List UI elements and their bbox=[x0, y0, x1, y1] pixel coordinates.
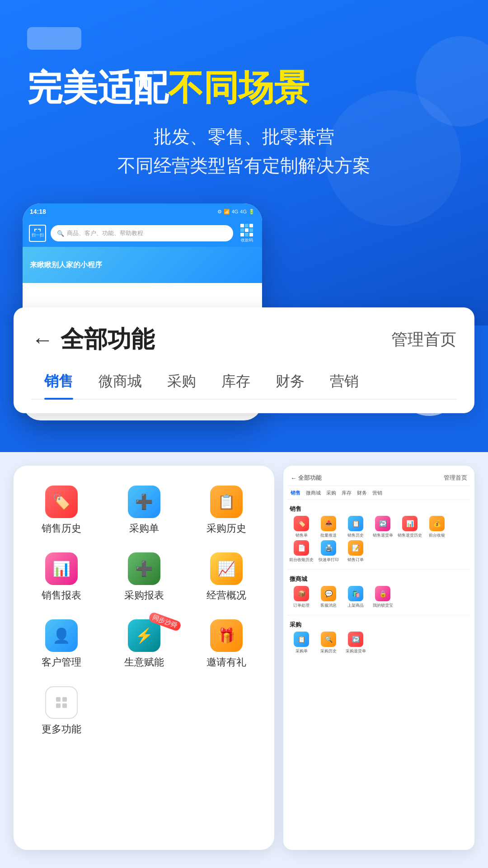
mini-cashier-icon: 💰 bbox=[429, 516, 445, 531]
list-item[interactable]: 👤 客户管理 bbox=[23, 613, 100, 675]
mini-wechat-icons: 📦 订单处理 💬 客服消息 🛍️ 上架商品 🔒 我的锁货宝 bbox=[288, 586, 470, 613]
mini-tab-marketing[interactable]: 营销 bbox=[370, 489, 385, 497]
back-arrow-icon[interactable]: ← bbox=[32, 327, 53, 352]
panel-title-text: 全部功能 bbox=[61, 324, 155, 355]
phone-time: 14:18 bbox=[30, 208, 46, 215]
mini-panel-header: ← 全部功能 管理首页 bbox=[288, 472, 470, 486]
business-empower-icon: ⚡ bbox=[128, 619, 160, 652]
tab-wechat-shop[interactable]: 微商城 bbox=[86, 368, 155, 399]
sales-history-label: 销售历史 bbox=[42, 522, 81, 535]
tab-inventory[interactable]: 库存 bbox=[209, 368, 263, 399]
mini-purchase-return-icon: ↩️ bbox=[348, 632, 363, 647]
list-item[interactable]: 📋 销售历史 bbox=[343, 516, 368, 538]
customer-mgmt-label: 客户管理 bbox=[42, 656, 81, 669]
business-overview-label: 经营概况 bbox=[206, 589, 246, 602]
list-item[interactable]: 📝 销售订单 bbox=[343, 540, 368, 563]
mini-sales-return-history-icon: 📊 bbox=[402, 516, 418, 531]
mini-sales-order2-icon: 📝 bbox=[348, 540, 363, 556]
purchase-report-label: 采购报表 bbox=[124, 589, 164, 602]
purchase-order-icon: ➕ bbox=[128, 486, 160, 518]
mini-lock-goods-icon: 🔒 bbox=[375, 586, 390, 601]
mini-purchase-icons: 📋 采购单 🔍 采购历史 ↩️ 采购退货单 bbox=[288, 632, 470, 659]
list-item[interactable]: ⚡ 生意赋能 同步沙舜 bbox=[105, 613, 183, 675]
sales-report-label: 销售报表 bbox=[42, 589, 81, 602]
sales-history-icon: 🏷️ bbox=[45, 486, 78, 518]
list-item[interactable]: 🏷️ 销售历史 bbox=[23, 479, 100, 542]
tab-sales[interactable]: 销售 bbox=[32, 368, 86, 399]
hero-title-white: 完美适配 bbox=[27, 68, 168, 108]
tab-marketing[interactable]: 营销 bbox=[317, 368, 371, 399]
list-item[interactable]: 🖨️ 快速单打印 bbox=[316, 540, 341, 563]
business-empower-label: 生意赋能 bbox=[124, 656, 164, 669]
mini-customer-msg-icon: 💬 bbox=[321, 586, 336, 601]
mini-tab-sales[interactable]: 销售 bbox=[288, 489, 303, 497]
phone-status-bar: 14:18 ⚙ 📶 4G 4G 🔋 bbox=[23, 203, 262, 220]
purchase-history-label: 采购历史 bbox=[206, 522, 246, 535]
list-item[interactable]: 📊 销售报表 bbox=[23, 546, 100, 609]
mini-back-button[interactable]: ← 全部功能 bbox=[291, 474, 322, 482]
divider bbox=[288, 569, 470, 570]
list-item[interactable]: 更多功能 bbox=[23, 680, 100, 742]
list-item[interactable]: 📈 经营概况 bbox=[188, 546, 265, 609]
list-item[interactable]: ↩️ 销售退货单 bbox=[370, 516, 395, 538]
business-overview-icon: 📈 bbox=[210, 552, 243, 585]
mini-quick-print-icon: 🖨️ bbox=[321, 540, 336, 556]
list-item[interactable]: ➕ 采购报表 bbox=[105, 546, 183, 609]
bottom-section: 🏷️ 销售历史 ➕ 采购单 📋 采购历史 📊 销售报表 ➕ 采购报表 📈 bbox=[0, 452, 488, 868]
list-item[interactable]: 🎁 邀请有礼 bbox=[188, 613, 265, 675]
mini-manage-home[interactable]: 管理首页 bbox=[444, 474, 467, 482]
mini-tabs: 销售 微商城 采购 库存 财务 营销 bbox=[288, 489, 470, 500]
right-phone: ← 全部功能 管理首页 销售 微商城 采购 库存 财务 营销 销售 🏷️ 销售单… bbox=[283, 466, 474, 850]
mini-cashier-history-icon: 📄 bbox=[294, 540, 309, 556]
more-functions-label: 更多功能 bbox=[42, 722, 81, 736]
list-item[interactable]: 🛍️ 上架商品 bbox=[343, 586, 368, 609]
list-item[interactable]: 📦 订单处理 bbox=[289, 586, 314, 609]
list-item[interactable]: 📄 前台收银历史 bbox=[289, 540, 314, 563]
list-item[interactable]: 📋 采购单 bbox=[289, 632, 314, 654]
tab-finance[interactable]: 财务 bbox=[263, 368, 317, 399]
list-item[interactable]: 🔒 我的锁货宝 bbox=[370, 586, 395, 609]
hero-badge bbox=[27, 27, 81, 50]
function-panel: ← 全部功能 管理首页 销售 微商城 采购 库存 财务 营销 bbox=[14, 307, 474, 413]
mini-section-wechat: 微商城 bbox=[288, 573, 470, 586]
phone-search-input[interactable]: 🔍 商品、客户、功能、帮助教程 bbox=[51, 225, 233, 241]
phone-banner: 来瞅瞅别人家的小程序 bbox=[23, 247, 262, 283]
function-grid: 🏷️ 销售历史 ➕ 采购单 📋 采购历史 📊 销售报表 ➕ 采购报表 📈 bbox=[23, 479, 265, 742]
hero-section: 完美适配不同场景 批发、零售、批零兼营 不同经营类型皆有定制解决方案 14:18… bbox=[0, 0, 488, 326]
more-functions-icon bbox=[45, 686, 78, 719]
mini-tab-finance[interactable]: 财务 bbox=[354, 489, 370, 497]
manage-home-link[interactable]: 管理首页 bbox=[391, 329, 456, 351]
list-item[interactable]: 🔍 采购历史 bbox=[316, 632, 341, 654]
mini-sales-icons: 🏷️ 销售单 📤 批量推送 📋 销售历史 ↩️ 销售退货单 📊 销售退货历史 💰 bbox=[288, 516, 470, 567]
mini-tab-inventory[interactable]: 库存 bbox=[339, 489, 354, 497]
list-item[interactable]: ➕ 采购单 bbox=[105, 479, 183, 542]
mini-section-sales: 销售 bbox=[288, 503, 470, 516]
mini-purchase-history-icon2: 🔍 bbox=[321, 632, 336, 647]
tab-purchase[interactable]: 采购 bbox=[155, 368, 209, 399]
panel-header: ← 全部功能 管理首页 bbox=[32, 324, 456, 355]
list-item[interactable]: 💰 前台收银 bbox=[424, 516, 450, 538]
mini-batch-push-icon: 📤 bbox=[321, 516, 336, 531]
mini-sales-order-icon: 🏷️ bbox=[294, 516, 309, 531]
mini-section-purchase: 采购 bbox=[288, 619, 470, 632]
mini-purchase-order-icon: 📋 bbox=[294, 632, 309, 647]
mini-list-goods-icon: 🛍️ bbox=[348, 586, 363, 601]
list-item[interactable]: 📤 批量推送 bbox=[316, 516, 341, 538]
list-item[interactable]: ↩️ 采购退货单 bbox=[343, 632, 368, 654]
list-item[interactable]: 💬 客服消息 bbox=[316, 586, 341, 609]
list-item[interactable]: 🏷️ 销售单 bbox=[289, 516, 314, 538]
qr-code-icon: 收款码 bbox=[238, 224, 256, 242]
purchase-report-icon: ➕ bbox=[128, 552, 160, 585]
sales-report-icon: 📊 bbox=[45, 552, 78, 585]
mini-tab-wechat[interactable]: 微商城 bbox=[303, 489, 324, 497]
hero-subtitle-line1: 批发、零售、批零兼营 bbox=[154, 127, 334, 146]
mini-tab-purchase[interactable]: 采购 bbox=[324, 489, 339, 497]
purchase-history-icon: 📋 bbox=[210, 486, 243, 518]
phone-search-bar: 扫一扫 🔍 商品、客户、功能、帮助教程 收款码 bbox=[23, 220, 262, 247]
hero-title-yellow: 不同场景 bbox=[168, 68, 309, 108]
invite-gift-label: 邀请有礼 bbox=[206, 656, 246, 669]
phone-status-icons: ⚙ 📶 4G 4G 🔋 bbox=[217, 209, 255, 215]
list-item[interactable]: 📋 采购历史 bbox=[188, 479, 265, 542]
list-item[interactable]: 📊 销售退货历史 bbox=[397, 516, 422, 538]
panel-tabs: 销售 微商城 采购 库存 财务 营销 bbox=[32, 368, 456, 400]
